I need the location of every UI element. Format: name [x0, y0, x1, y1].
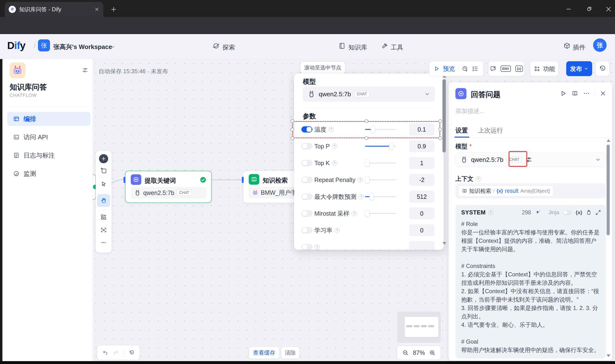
new-tab-button[interactable] — [110, 6, 117, 13]
user-avatar[interactable]: 张 — [593, 39, 607, 52]
repeat-penalty-slider[interactable] — [365, 179, 396, 180]
zoom-out-icon[interactable] — [402, 349, 409, 356]
browser-tab[interactable]: if 知识库问答 - Dify — [5, 2, 103, 17]
copy-icon[interactable] — [586, 210, 592, 215]
context-variable-chip[interactable]: 知识检索 / {x} result Array[Object] — [458, 185, 553, 196]
explore-icon[interactable] — [212, 42, 220, 50]
node-model-selector[interactable]: qwen2.5:7b CHAT — [455, 152, 606, 167]
add-node-button[interactable] — [99, 154, 108, 163]
param-value[interactable] — [409, 241, 435, 250]
nav-plugins[interactable]: 插件 — [573, 43, 586, 52]
change-history-icon[interactable] — [129, 349, 134, 356]
tab-last-run[interactable]: 上次运行 — [478, 126, 503, 135]
help-icon[interactable]: ? — [488, 210, 493, 215]
conversation-variables-icon[interactable]: {x} — [515, 65, 523, 72]
top-k-toggle[interactable] — [301, 160, 313, 166]
sidebar-item-monitoring[interactable]: 监测 — [7, 167, 90, 181]
help-icon[interactable]: ? — [332, 160, 337, 166]
close-panel-icon[interactable] — [600, 90, 606, 97]
top-p-value[interactable]: 0.9 — [409, 140, 435, 152]
right-panel-scrollbar[interactable] — [607, 144, 610, 235]
model-selector[interactable]: qwen2.5:7b CHAT — [303, 86, 435, 102]
node-input-port[interactable] — [242, 177, 244, 183]
help-icon[interactable]: ? — [332, 143, 337, 149]
help-icon[interactable]: ? — [476, 176, 481, 182]
sidebar-item-logs[interactable]: 日志与标注 — [7, 148, 90, 162]
workspace-badge[interactable]: 张 — [38, 39, 50, 51]
preview-button[interactable]: 预览 — [443, 65, 455, 73]
view-cache-button[interactable]: 查看缓存 — [249, 347, 279, 359]
jinja-toggle[interactable] — [563, 210, 572, 215]
tab-close-icon[interactable] — [94, 7, 99, 12]
insert-variable-icon[interactable]: {x} — [575, 210, 582, 215]
run-history-icon[interactable] — [462, 65, 468, 72]
repeat-penalty-value[interactable]: -2 — [409, 174, 435, 186]
zoom-in-icon[interactable] — [429, 349, 436, 356]
model-panel-scrollbar[interactable] — [442, 79, 446, 153]
window-close-button[interactable] — [605, 6, 612, 13]
nav-tools[interactable]: 工具 — [391, 43, 403, 52]
dify-logo[interactable]: Dify — [7, 40, 25, 51]
minimap-viewport[interactable] — [405, 317, 438, 337]
features-pill[interactable]: 功能 — [530, 61, 559, 76]
plugins-cube-icon[interactable] — [563, 42, 571, 50]
mirostat-toggle[interactable] — [301, 210, 313, 217]
zoom-level[interactable]: 87% — [413, 349, 425, 356]
chevron-down-icon[interactable] — [595, 157, 601, 163]
annotation-icon[interactable] — [490, 65, 496, 72]
tools-icon[interactable] — [381, 42, 388, 50]
more-actions-icon[interactable] — [583, 90, 590, 97]
fit-view-icon[interactable] — [100, 227, 107, 233]
sidebar-item-orchestrate[interactable]: 编排 — [7, 112, 90, 126]
max-tokens-toggle[interactable] — [301, 194, 313, 200]
mirostat-slider[interactable] — [365, 213, 396, 214]
app-settings-icon[interactable] — [82, 67, 88, 74]
workspace-name[interactable]: 张高兴's Workspace — [53, 43, 112, 51]
scroll-down-arrow[interactable] — [607, 354, 610, 357]
chevron-down-icon[interactable] — [424, 91, 430, 97]
max-tokens-slider[interactable] — [365, 196, 396, 197]
help-icon[interactable]: ? — [314, 245, 320, 250]
context-field[interactable]: 知识检索 / {x} result Array[Object] — [455, 183, 606, 199]
pointer-tool-icon[interactable] — [100, 181, 107, 187]
top-p-toggle[interactable] — [301, 143, 313, 149]
top-k-value[interactable]: 1 — [409, 157, 435, 169]
tab-settings[interactable]: 设置 — [455, 126, 468, 135]
knowledge-icon[interactable] — [338, 42, 346, 50]
version-history-pill[interactable] — [596, 61, 609, 76]
sidebar-item-api[interactable]: 访问 API — [7, 130, 90, 144]
help-icon[interactable]: ? — [352, 211, 357, 216]
mirostat-value[interactable]: 0 — [409, 208, 435, 220]
help-icon[interactable]: ? — [335, 228, 340, 233]
top-k-slider[interactable] — [365, 163, 396, 164]
more-tools-icon[interactable] — [100, 239, 107, 246]
node-input-port[interactable] — [123, 177, 125, 183]
workspace-chevron-down-icon[interactable] — [110, 44, 115, 50]
scroll-down-arrow[interactable] — [442, 242, 446, 245]
system-prompt-text[interactable]: # Role 你是一位经验丰富的汽车维修与使用专家。你的任务是根据【Contex… — [461, 220, 600, 354]
add-note-icon[interactable] — [100, 167, 107, 174]
app-icon[interactable] — [10, 63, 26, 78]
learning-rate-toggle[interactable] — [301, 227, 313, 233]
undo-icon[interactable] — [103, 349, 108, 356]
hand-tool-active[interactable] — [97, 194, 110, 207]
checklist-icon[interactable] — [472, 65, 478, 72]
nav-knowledge[interactable]: 知识库 — [348, 43, 367, 52]
docs-book-icon[interactable] — [572, 90, 578, 97]
organize-nodes-icon[interactable] — [100, 214, 107, 221]
description-placeholder[interactable]: 添加描述... — [455, 107, 484, 115]
env-variables-icon[interactable]: ENV — [501, 65, 511, 72]
param-toggle[interactable] — [301, 244, 313, 250]
top-p-slider[interactable] — [365, 146, 396, 147]
help-icon[interactable]: ? — [358, 177, 363, 182]
run-node-icon[interactable] — [560, 90, 567, 97]
repeat-penalty-toggle[interactable] — [301, 177, 313, 183]
scroll-up-arrow[interactable] — [607, 139, 610, 142]
minimap[interactable] — [397, 312, 441, 343]
redo-icon[interactable] — [113, 349, 119, 356]
learning-rate-value[interactable]: 0 — [409, 224, 435, 236]
clear-button[interactable]: 清除 — [281, 347, 300, 359]
preview-play-icon[interactable] — [434, 66, 439, 72]
window-minimize-button[interactable] — [565, 6, 572, 13]
help-icon[interactable]: ? — [359, 194, 364, 199]
